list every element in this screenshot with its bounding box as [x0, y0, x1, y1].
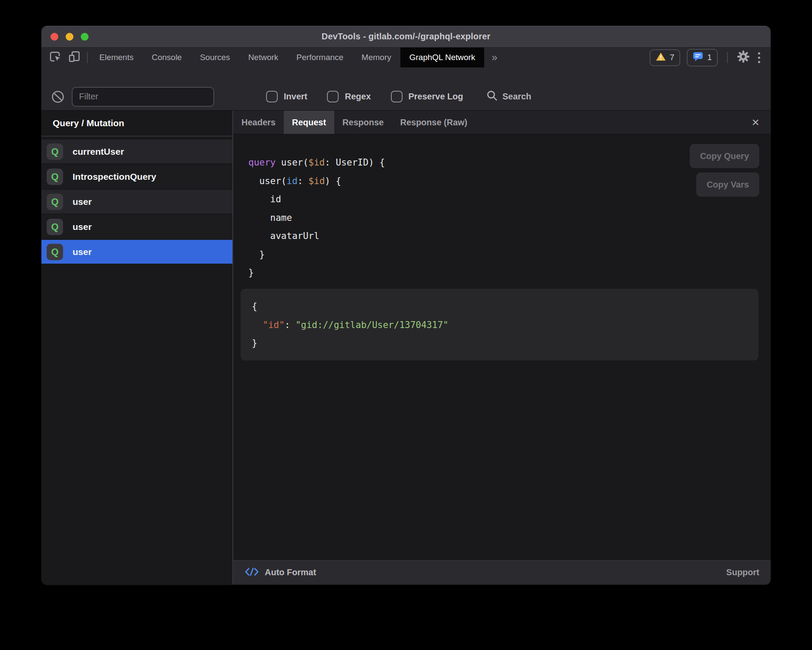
auto-format-label: Auto Format [265, 567, 316, 577]
desktop-background: DevTools - gitlab.com/-/graphql-explorer [0, 0, 812, 650]
sidebar-header: Query / Mutation [41, 111, 232, 137]
query-list-item-user-2[interactable]: Quser [41, 190, 232, 213]
message-bubble-icon [693, 51, 703, 64]
query-type-badge: Q [47, 244, 63, 260]
checkbox-preserve-log[interactable]: Preserve Log [391, 91, 463, 102]
detail-tab-list: HeadersRequestResponseResponse (Raw) [233, 111, 476, 134]
support-link[interactable]: Support [726, 567, 759, 577]
query-name-label: IntrospectionQuery [73, 172, 156, 182]
devtools-window: DevTools - gitlab.com/-/graphql-explorer [41, 26, 771, 585]
query-sidebar: Query / Mutation QcurrentUserQIntrospect… [41, 111, 233, 584]
search-button[interactable]: Search [486, 90, 531, 103]
main-split: Query / Mutation QcurrentUserQIntrospect… [41, 111, 771, 584]
warning-count: 7 [670, 53, 675, 62]
window-title: DevTools - gitlab.com/-/graphql-explorer [321, 32, 490, 41]
query-variables-box: { "id": "gid://gitlab/User/13704317"} [241, 289, 758, 360]
filter-checkbox-row: InvertRegexPreserve Log [266, 91, 463, 102]
graphql-query-code: query user($id: UserID) { user(id: $id) … [248, 153, 385, 282]
filter-toolbar: InvertRegexPreserve Log Search [41, 67, 771, 111]
message-count: 1 [707, 53, 712, 62]
panel-statusbar: Auto Format Support [233, 560, 771, 584]
more-tabs-chevron[interactable]: » [484, 48, 504, 67]
detail-tab-strip: HeadersRequestResponseResponse (Raw) × [233, 111, 771, 134]
inspect-element-icon[interactable] [48, 50, 61, 65]
checkbox-box[interactable] [266, 91, 278, 102]
devtools-tab-memory[interactable]: Memory [352, 48, 400, 67]
detail-tab-request[interactable]: Request [284, 111, 334, 134]
search-label: Search [502, 92, 531, 102]
code-brackets-icon [244, 567, 259, 579]
query-list-item-currentuser-0[interactable]: QcurrentUser [41, 140, 232, 163]
filter-input[interactable] [72, 87, 214, 107]
query-name-label: user [73, 197, 92, 207]
toolbar-divider [727, 52, 728, 63]
checkbox-regex[interactable]: Regex [327, 91, 371, 102]
query-list-item-user-4[interactable]: Quser [41, 240, 232, 264]
minimize-window-button[interactable] [66, 33, 73, 41]
devtools-tab-performance[interactable]: Performance [287, 48, 352, 67]
query-type-badge: Q [47, 169, 63, 185]
copy-query-button[interactable]: Copy Query [690, 144, 759, 168]
devtools-tab-sources[interactable]: Sources [191, 48, 239, 67]
devtools-tabbar: ElementsConsoleSourcesNetworkPerformance… [41, 48, 771, 67]
detail-tab-response-raw[interactable]: Response (Raw) [392, 111, 476, 134]
warning-triangle-icon [656, 52, 666, 64]
query-variables-code: { "id": "gid://gitlab/User/13704317"} [241, 289, 758, 361]
query-type-badge: Q [47, 194, 63, 210]
query-name-label: user [73, 222, 92, 232]
zoom-window-button[interactable] [81, 33, 89, 41]
devtools-tab-network[interactable]: Network [239, 48, 288, 67]
query-name-label: currentUser [73, 147, 124, 157]
devtools-tab-list: ElementsConsoleSourcesNetworkPerformance… [90, 48, 484, 67]
checkbox-label: Preserve Log [409, 92, 463, 102]
checkbox-label: Invert [284, 92, 307, 102]
copy-buttons: Copy Query Copy Vars [690, 144, 759, 197]
query-list-item-user-3[interactable]: Quser [41, 215, 232, 239]
query-list-item-introspectionquery-1[interactable]: QIntrospectionQuery [41, 165, 232, 188]
query-type-badge: Q [47, 219, 63, 235]
issues-badge[interactable]: 1 [687, 49, 718, 67]
devtools-tabbar-right: 7 1 [650, 48, 771, 67]
checkbox-box[interactable] [327, 91, 339, 102]
devtools-toolbar-icons [41, 48, 84, 67]
checkbox-label: Regex [345, 92, 371, 102]
traffic-lights [51, 33, 89, 41]
settings-gear-icon[interactable] [737, 50, 750, 65]
search-icon [486, 90, 498, 103]
devtools-tab-console[interactable]: Console [143, 48, 191, 67]
request-tab-content: query user($id: UserID) { user(id: $id) … [233, 134, 771, 560]
close-window-button[interactable] [51, 33, 58, 41]
toolbar-divider [87, 52, 88, 63]
checkbox-invert[interactable]: Invert [266, 91, 307, 102]
query-name-label: user [73, 247, 92, 257]
request-detail-panel: HeadersRequestResponseResponse (Raw) × q… [233, 111, 771, 584]
clear-block-icon[interactable] [51, 90, 65, 104]
checkbox-box[interactable] [391, 91, 403, 102]
query-list: QcurrentUserQIntrospectionQueryQuserQuse… [41, 137, 232, 265]
more-options-kebab-icon[interactable] [756, 52, 762, 63]
query-type-badge: Q [47, 143, 63, 160]
devtools-tab-elements[interactable]: Elements [90, 48, 143, 67]
close-panel-icon[interactable]: × [748, 111, 763, 134]
detail-tab-headers[interactable]: Headers [233, 111, 284, 134]
copy-vars-button[interactable]: Copy Vars [696, 172, 759, 197]
auto-format-button[interactable]: Auto Format [244, 567, 316, 579]
window-titlebar: DevTools - gitlab.com/-/graphql-explorer [41, 26, 771, 48]
device-toolbar-icon[interactable] [68, 50, 81, 65]
warnings-badge[interactable]: 7 [650, 49, 681, 66]
devtools-tab-graphql-network[interactable]: GraphQL Network [400, 48, 484, 67]
detail-tab-response[interactable]: Response [334, 111, 392, 134]
